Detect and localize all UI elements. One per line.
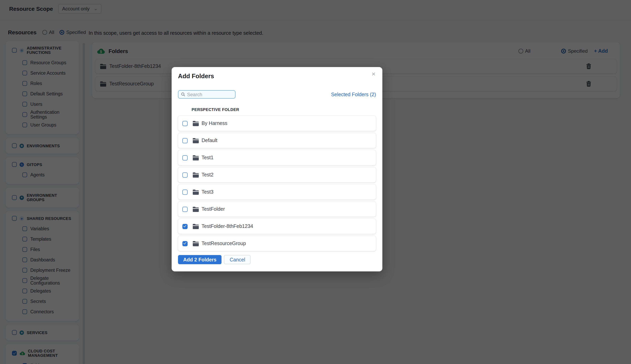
folder-option-test2[interactable]: Test2 [178,167,376,182]
checkbox[interactable] [182,206,188,212]
folder-icon [193,121,199,126]
folder-option-test1[interactable]: Test1 [178,150,376,165]
checkbox-checked[interactable] [182,224,188,229]
folder-option-label: TestResourceGroup [202,241,246,246]
checkbox[interactable] [182,155,188,160]
folder-icon [193,190,199,194]
add-folders-button[interactable]: Add 2 Folders [178,255,222,264]
search-box[interactable] [178,90,236,98]
folder-option-label: Test3 [202,189,214,195]
folder-icon [193,172,199,178]
folder-option-label: Default [202,138,217,143]
add-folders-modal: Add Folders × Selected Folders (2) PERSP… [172,67,382,272]
folder-option-testresourcegroup[interactable]: TestResourceGroup [178,236,376,251]
folder-option-testfolder-8thfeb1234[interactable]: TestFolder-8thFeb1234 [178,219,376,234]
search-icon [181,92,185,96]
search-input[interactable] [187,92,232,97]
folder-option-label: By Harness [202,120,227,126]
selected-folders-link[interactable]: Selected Folders (2) [331,92,376,97]
folder-icon [193,206,199,212]
folder-option-label: TestFolder-8thFeb1234 [202,224,253,229]
folder-option-label: Test2 [202,172,214,178]
folder-option-default[interactable]: Default [178,133,376,148]
modal-actions: Add 2 Folders Cancel [178,255,376,264]
cancel-button[interactable]: Cancel [224,255,251,264]
checkbox[interactable] [182,190,188,194]
modal-title: Add Folders [178,73,376,80]
checkbox-checked[interactable] [182,241,188,246]
folder-option-testfolder[interactable]: TestFolder [178,202,376,217]
folder-icon [193,224,199,229]
folder-option-test3[interactable]: Test3 [178,184,376,200]
checkbox[interactable] [182,121,188,126]
folder-icon [193,138,199,143]
page: Resource Scope Account only ⌄ Resources … [0,0,631,364]
checkbox[interactable] [182,138,188,143]
folder-option-label: Test1 [202,155,214,160]
perspective-folder-column-header: PERSPECTIVE FOLDER [192,107,376,112]
folder-option-by-harness[interactable]: By Harness [178,116,376,131]
modal-search-row: Selected Folders (2) [178,90,376,98]
perspective-folder-list: By Harness Default Test1 Test2 Test3 [178,116,376,251]
close-icon[interactable]: × [370,70,378,78]
checkbox[interactable] [182,172,188,178]
folder-icon [193,155,199,160]
folder-icon [193,241,199,246]
folder-option-label: TestFolder [202,206,225,212]
